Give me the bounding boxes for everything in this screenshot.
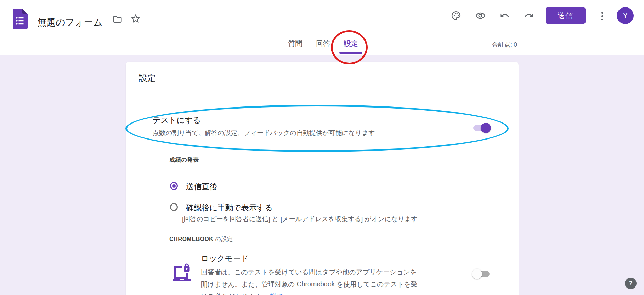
form-title[interactable]: 無題のフォーム [37,16,103,29]
move-folder-icon[interactable] [112,14,122,24]
lock-mode-toggle[interactable] [472,268,491,279]
grade-release-label: 成績の発表 [169,156,199,164]
chromebook-section-label: CHROMEBOOK の設定 [169,235,233,243]
total-points: 合計点: 0 [492,40,517,49]
card-divider [139,96,506,96]
tab-responses-label: 回答 [316,39,330,47]
lock-mode-description: 回答者は、このテストを受けている間はタブや他のアプリケーションを 開けません。ま… [201,266,418,295]
forms-logo-icon[interactable] [13,9,28,29]
tab-responses[interactable]: 回答 [316,39,330,49]
chromebook-label-caps: CHROMEBOOK [169,236,214,242]
radio-release-manually-note: [回答のコピーを回答者に送信] と [メールアドレスを収集する] がオンになりま… [182,215,418,224]
lock-mode-title: ロックモード [201,253,249,264]
chromebook-label-rest: の設定 [214,236,233,242]
google-forms-app: 無題のフォーム [0,0,644,295]
lock-mode-desc-line1: 回答者は、このテストを受けている間はタブや他のアプリケーションを [201,268,417,276]
lock-mode-desc-line3: ける必要があります。 [201,293,268,295]
radio-release-manually-label[interactable]: 確認後に手動で表示する [186,202,273,213]
radio-release-immediately-label[interactable]: 送信直後 [186,181,217,192]
lock-mode-laptop-icon [172,263,192,283]
lock-toggle-thumb [472,269,482,279]
active-tab-underline [339,52,362,54]
tab-settings[interactable]: 設定 [344,39,358,49]
account-avatar[interactable]: Y [617,7,634,24]
preview-eye-icon[interactable] [475,11,486,21]
settings-card: 設定 テストにする 点数の割り当て、解答の設定、フィードバックの自動提供が可能に… [126,62,519,295]
lock-mode-desc-line2: 開けません。また、管理対象の Chromebook を使用してこのテストを受 [201,280,418,288]
top-bar: 無題のフォーム [0,0,644,55]
more-options-icon[interactable] [598,10,607,22]
quiz-mode-description: 点数の割り当て、解答の設定、フィードバックの自動提供が可能になります [153,129,375,137]
help-button[interactable]: ? [625,278,637,289]
send-button[interactable]: 送信 [546,7,586,24]
redo-icon[interactable] [524,11,534,21]
star-icon[interactable] [131,14,141,24]
radio-release-immediately[interactable] [170,182,178,190]
theme-palette-icon[interactable] [451,11,461,21]
radio-release-manually[interactable] [170,203,178,211]
quiz-mode-toggle[interactable] [472,122,491,133]
quiz-mode-title: テストにする [153,115,201,126]
undo-icon[interactable] [499,11,510,21]
quiz-toggle-thumb [481,123,491,133]
tab-questions[interactable]: 質問 [288,39,302,49]
learn-more-link[interactable]: 詳細 [270,293,284,295]
tab-bar: 質問 回答 設定 [288,39,358,49]
settings-heading: 設定 [139,72,156,84]
tab-settings-label: 設定 [344,39,358,47]
tab-questions-label: 質問 [288,39,302,47]
